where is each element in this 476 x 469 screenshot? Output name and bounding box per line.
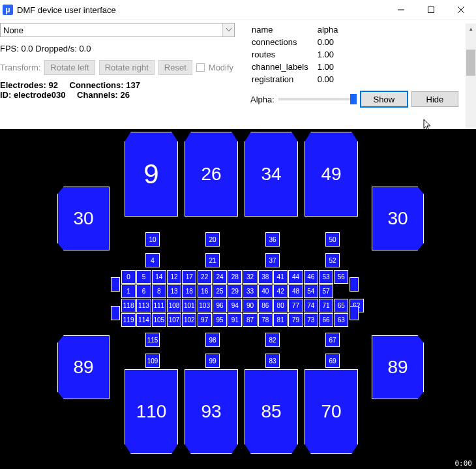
grid-electrode[interactable]: 6 — [136, 284, 151, 298]
connector[interactable]: 20 — [205, 232, 220, 247]
grid-electrode[interactable]: 65 — [334, 299, 348, 312]
connector[interactable]: 21 — [205, 253, 220, 267]
grid-electrode[interactable]: 44 — [288, 270, 303, 284]
grid-electrode[interactable]: 41 — [273, 270, 288, 284]
grid-electrode[interactable]: 103 — [198, 299, 212, 312]
grid-electrode[interactable]: 74 — [304, 299, 318, 312]
reservoir-bottom[interactable]: 85 — [245, 369, 298, 454]
grid-electrode[interactable]: 25 — [213, 284, 227, 298]
chevron-down-icon[interactable] — [222, 23, 234, 37]
grid-electrode[interactable]: 5 — [136, 270, 151, 284]
grid-electrode[interactable]: 17 — [182, 270, 196, 284]
connector[interactable]: 83 — [265, 354, 280, 368]
grid-electrode[interactable]: 97 — [198, 313, 212, 327]
grid-electrode[interactable]: 13 — [167, 284, 181, 298]
grid-electrode[interactable]: 29 — [228, 284, 242, 298]
grid-electrode[interactable]: 80 — [273, 299, 288, 312]
grid-electrode[interactable]: 56 — [334, 270, 348, 284]
grid-electrode[interactable]: 108 — [167, 299, 181, 312]
grid-electrode[interactable]: 79 — [288, 313, 303, 327]
grid-electrode[interactable]: 24 — [213, 270, 227, 284]
connector[interactable]: 10 — [145, 232, 160, 247]
connector[interactable]: 99 — [205, 354, 220, 368]
reservoir-bottom[interactable]: 70 — [305, 369, 358, 454]
grid-electrode[interactable]: 107 — [167, 313, 181, 327]
rotate-right-button[interactable]: Rotate right — [99, 60, 155, 75]
grid-electrode[interactable]: 111 — [152, 299, 166, 312]
maximize-button[interactable] — [416, 0, 446, 20]
grid-electrode[interactable]: 40 — [258, 284, 273, 298]
grid-electrode[interactable]: 42 — [273, 284, 288, 298]
hide-button[interactable]: Hide — [411, 91, 458, 107]
connector[interactable] — [350, 306, 359, 320]
reservoir-bottom[interactable]: 93 — [185, 369, 238, 454]
show-button[interactable]: Show — [361, 91, 408, 107]
grid-electrode[interactable]: 32 — [243, 270, 257, 284]
connector[interactable]: 82 — [265, 333, 280, 347]
grid-electrode[interactable]: 16 — [198, 284, 212, 298]
grid-electrode[interactable]: 96 — [213, 299, 227, 312]
grid-electrode[interactable]: 81 — [273, 313, 288, 327]
close-button[interactable] — [446, 0, 476, 20]
grid-electrode[interactable]: 1 — [121, 284, 136, 298]
reservoir-right[interactable]: 89 — [372, 335, 424, 399]
grid-electrode[interactable]: 28 — [228, 270, 242, 284]
grid-electrode[interactable]: 101 — [182, 299, 196, 312]
grid-electrode[interactable]: 71 — [319, 299, 333, 312]
grid-electrode[interactable]: 53 — [319, 270, 333, 284]
grid-electrode[interactable]: 33 — [243, 284, 257, 298]
grid-electrode[interactable]: 87 — [243, 313, 257, 327]
connector[interactable] — [350, 277, 359, 292]
connector[interactable]: 36 — [265, 232, 280, 247]
connector[interactable]: 50 — [325, 232, 340, 247]
connector[interactable]: 67 — [325, 333, 340, 347]
grid-electrode[interactable]: 90 — [243, 299, 257, 312]
grid-electrode[interactable]: 94 — [228, 299, 242, 312]
rotate-left-button[interactable]: Rotate left — [44, 60, 95, 75]
grid-electrode[interactable]: 18 — [182, 284, 196, 298]
reservoir-bottom[interactable]: 110 — [125, 369, 178, 454]
scrollbar[interactable]: ▴ — [466, 23, 476, 128]
grid-electrode[interactable]: 48 — [288, 284, 303, 298]
grid-electrode[interactable]: 22 — [198, 270, 212, 284]
connector[interactable]: 4 — [145, 253, 160, 267]
modify-checkbox[interactable] — [196, 63, 205, 72]
grid-electrode[interactable]: 63 — [334, 313, 348, 327]
slider-thumb[interactable] — [350, 94, 357, 104]
grid-electrode[interactable]: 119 — [121, 313, 136, 327]
alpha-slider[interactable] — [278, 98, 357, 100]
grid-electrode[interactable]: 95 — [213, 313, 227, 327]
connector[interactable] — [111, 306, 120, 320]
grid-electrode[interactable]: 86 — [258, 299, 273, 312]
reservoir-left[interactable]: 30 — [57, 187, 110, 250]
grid-electrode[interactable]: 57 — [319, 284, 333, 298]
grid-electrode[interactable]: 0 — [121, 270, 136, 284]
reservoir-top[interactable]: 49 — [305, 132, 358, 217]
connector[interactable]: 52 — [325, 253, 340, 267]
reservoir-right[interactable]: 30 — [372, 187, 424, 250]
grid-electrode[interactable]: 8 — [152, 284, 166, 298]
reservoir-left[interactable]: 89 — [57, 335, 110, 399]
minimize-button[interactable] — [386, 0, 416, 20]
device-canvas[interactable]: 0:00 92634491109385703089308910203650421… — [0, 129, 476, 469]
grid-electrode[interactable]: 66 — [319, 313, 333, 327]
electrode-dropdown[interactable]: None — [0, 23, 235, 37]
grid-electrode[interactable]: 73 — [304, 313, 318, 327]
grid-electrode[interactable]: 38 — [258, 270, 273, 284]
grid-electrode[interactable]: 105 — [152, 313, 166, 327]
connector[interactable]: 37 — [265, 253, 280, 267]
grid-electrode[interactable]: 113 — [136, 299, 151, 312]
reservoir-top[interactable]: 26 — [185, 132, 238, 217]
scroll-up-icon[interactable]: ▴ — [466, 23, 476, 34]
grid-electrode[interactable]: 12 — [167, 270, 181, 284]
grid-electrode[interactable]: 114 — [136, 313, 151, 327]
grid-electrode[interactable]: 102 — [182, 313, 196, 327]
grid-electrode[interactable]: 77 — [288, 299, 303, 312]
grid-electrode[interactable]: 91 — [228, 313, 242, 327]
grid-electrode[interactable]: 78 — [258, 313, 273, 327]
grid-electrode[interactable]: 46 — [304, 270, 318, 284]
connector[interactable]: 109 — [145, 354, 160, 368]
connector[interactable]: 115 — [145, 333, 160, 347]
reset-button[interactable]: Reset — [158, 60, 192, 75]
reservoir-top[interactable]: 34 — [245, 132, 298, 217]
